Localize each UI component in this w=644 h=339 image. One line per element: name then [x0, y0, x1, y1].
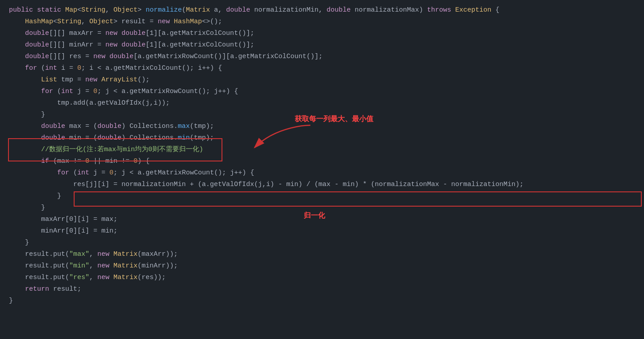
code-line: }: [0, 237, 644, 249]
line-content: //数据归一化(注:若max与min均为0则不需要归一化): [0, 144, 203, 155]
line-content: }: [0, 237, 29, 248]
code-line: tmp.add(a.getValOfIdx(j,i));: [0, 97, 644, 109]
line-content: }: [0, 296, 13, 306]
code-line: return result;: [0, 284, 644, 295]
code-line: double[][] res = new double[a.getMatrixR…: [0, 51, 644, 63]
line-content: minArr[0][i] = min;: [0, 226, 117, 237]
line-content: HashMap<String, Object> result = new Has…: [0, 17, 222, 27]
code-line: double[][] minArr = new double[1][a.getM…: [0, 39, 644, 51]
annotation-label-2: 归一化: [304, 211, 325, 220]
line-content: double[][] res = new double[a.getMatrixR…: [0, 51, 322, 62]
line-content: }: [0, 110, 45, 120]
code-line: for (int j = 0; j < a.getMatrixRowCount(…: [0, 167, 644, 179]
annotation-label-1: 获取每一列最大、最小值: [295, 114, 373, 124]
code-line: result.put("max", new Matrix(maxArr));: [0, 249, 644, 260]
code-editor: public static Map<String, Object> normal…: [0, 0, 644, 339]
line-content: res[j][i] = normalizationMin + (a.getVal…: [0, 179, 523, 190]
code-line: double[][] maxArr = new double[1][a.getM…: [0, 28, 644, 39]
code-line: }: [0, 191, 644, 202]
line-content: double[][] maxArr = new double[1][a.getM…: [0, 28, 254, 39]
line-content: return result;: [0, 284, 81, 295]
code-line: HashMap<String, Object> result = new Has…: [0, 16, 644, 28]
code-line: }: [0, 295, 644, 307]
code-line: for (int j = 0; j < a.getMatrixRowCount(…: [0, 86, 644, 97]
line-content: result.put("res", new Matrix(res));: [0, 272, 166, 283]
code-line: result.put("res", new Matrix(res));: [0, 272, 644, 284]
code-line: public static Map<String, Object> normal…: [0, 4, 644, 16]
line-content: double[][] minArr = new double[1][a.getM…: [0, 40, 254, 51]
code-line: //数据归一化(注:若max与min均为0则不需要归一化): [0, 144, 644, 156]
code-line: List tmp = new ArrayList();: [0, 74, 644, 86]
line-content: for (int j = 0; j < a.getMatrixRowCount(…: [0, 168, 254, 178]
line-content: maxArr[0][i] = max;: [0, 214, 117, 225]
code-line: result.put("min", new Matrix(minArr));: [0, 260, 644, 272]
code-line: for (int i = 0; i < a.getMatrixColCount(…: [0, 63, 644, 74]
line-content: result.put("max", new Matrix(maxArr));: [0, 249, 178, 260]
line-content: }: [0, 191, 61, 202]
code-line: double min = (double) Collections.min(tm…: [0, 132, 644, 144]
line-content: }: [0, 203, 45, 213]
code-line: minArr[0][i] = min;: [0, 225, 644, 237]
line-content: for (int j = 0; j < a.getMatrixRowCount(…: [0, 86, 238, 97]
line-content: public static Map<String, Object> normal…: [0, 5, 499, 16]
line-content: double max = (double) Collections.max(tm…: [0, 121, 214, 132]
code-line: if (max != 0 || min != 0) {: [0, 156, 644, 167]
code-line: res[j][i] = normalizationMin + (a.getVal…: [0, 179, 644, 191]
line-content: tmp.add(a.getValOfIdx(j,i));: [0, 98, 170, 109]
line-content: List tmp = new ArrayList();: [0, 75, 150, 85]
line-content: if (max != 0 || min != 0) {: [0, 156, 150, 167]
line-content: for (int i = 0; i < a.getMatrixColCount(…: [0, 63, 222, 74]
line-content: double min = (double) Collections.min(tm…: [0, 133, 214, 144]
line-content: result.put("min", new Matrix(minArr));: [0, 261, 178, 271]
code-lines: public static Map<String, Object> normal…: [0, 4, 644, 307]
